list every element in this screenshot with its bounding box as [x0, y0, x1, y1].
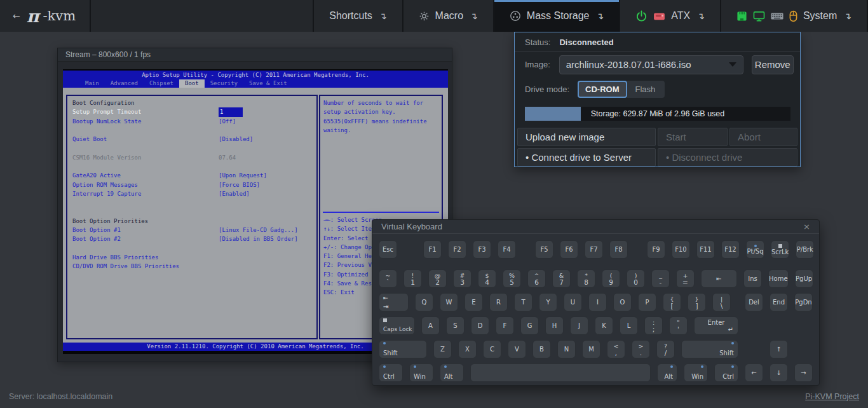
key-print-screen[interactable]: Pt/Sq: [746, 240, 764, 259]
key-shift-left[interactable]: Shift: [379, 340, 427, 358]
key-f10[interactable]: F10: [672, 240, 690, 259]
key-backquote[interactable]: ~`: [379, 269, 397, 288]
drive-mode-flash-button[interactable]: Flash: [627, 81, 665, 98]
key-f3[interactable]: F3: [473, 240, 491, 259]
close-icon[interactable]: ×: [801, 222, 813, 231]
key-semicolon[interactable]: :;: [644, 316, 663, 335]
key-space[interactable]: [470, 364, 651, 382]
menu-mass-storage[interactable]: Mass Storage↴: [493, 0, 619, 32]
remove-image-button[interactable]: Remove: [752, 55, 794, 74]
key-d[interactable]: D: [471, 316, 489, 335]
key-7[interactable]: &7: [552, 269, 571, 288]
keyboard-window-titlebar[interactable]: Virtual Keyboard ×: [372, 220, 819, 234]
key-f7[interactable]: F7: [585, 240, 603, 259]
key-arrow-right[interactable]: →: [794, 364, 813, 382]
key-f11[interactable]: F11: [696, 240, 715, 259]
key-home[interactable]: Home: [768, 269, 789, 288]
key-f9[interactable]: F9: [647, 240, 665, 259]
menu-shortcuts[interactable]: Shortcuts↴: [313, 0, 402, 32]
key-bracket-close[interactable]: }]: [688, 293, 706, 311]
key-alt-right[interactable]: Alt: [657, 364, 677, 382]
key-slash[interactable]: ?/: [656, 340, 675, 358]
key-end[interactable]: End: [770, 293, 788, 311]
key-f12[interactable]: F12: [721, 240, 740, 259]
image-select[interactable]: archlinux-2018.07.01-i686.iso: [559, 55, 743, 74]
key-l[interactable]: L: [620, 316, 638, 335]
key-b[interactable]: B: [532, 340, 551, 358]
key-bracket-open[interactable]: {[: [663, 293, 681, 311]
key-9[interactable]: (9: [602, 269, 620, 288]
key-w[interactable]: W: [440, 293, 458, 311]
key-comma[interactable]: <,: [607, 340, 625, 358]
key-g[interactable]: G: [520, 316, 539, 335]
key-f2[interactable]: F2: [448, 240, 466, 259]
key-quote[interactable]: "': [669, 316, 688, 335]
key-x[interactable]: X: [458, 340, 477, 358]
key-f5[interactable]: F5: [535, 240, 553, 259]
menu-system[interactable]: System↴: [720, 0, 868, 32]
connect-drive-button[interactable]: • Connect drive to Server: [517, 148, 656, 167]
key-win-right[interactable]: Win: [684, 364, 708, 382]
key-period[interactable]: >.: [632, 340, 650, 358]
key-arrow-down[interactable]: ↓: [770, 364, 788, 382]
key-minus[interactable]: _-: [651, 269, 670, 288]
key-f[interactable]: F: [496, 316, 514, 335]
key-q[interactable]: Q: [415, 293, 433, 311]
key-m[interactable]: M: [582, 340, 600, 358]
key-shift-right[interactable]: Shift: [681, 340, 738, 358]
key-1[interactable]: !1: [403, 269, 422, 288]
key-6[interactable]: ^6: [527, 269, 546, 288]
key-esc[interactable]: Esc: [379, 240, 397, 259]
key-alt-left[interactable]: Alt: [440, 364, 464, 382]
key-arrow-left[interactable]: ←: [745, 364, 763, 382]
key-e[interactable]: E: [465, 293, 483, 311]
key-f4[interactable]: F4: [498, 240, 516, 259]
key-r[interactable]: R: [489, 293, 508, 311]
key-k[interactable]: K: [595, 316, 613, 335]
key-tab[interactable]: ⇤⇥: [379, 293, 409, 311]
pikvm-project-link[interactable]: Pi-KVM Project: [805, 392, 859, 401]
key-backslash[interactable]: |\: [712, 293, 731, 311]
key-s[interactable]: S: [446, 316, 465, 335]
key-backspace[interactable]: ⇤: [701, 269, 737, 288]
key-insert[interactable]: Ins: [743, 269, 762, 288]
key-delete[interactable]: Del: [745, 293, 763, 311]
stream-window-titlebar[interactable]: Stream – 800x600 / 1 fps: [58, 48, 452, 62]
key-3[interactable]: #3: [453, 269, 471, 288]
key-c[interactable]: C: [483, 340, 501, 358]
key-z[interactable]: Z: [433, 340, 452, 358]
key-5[interactable]: %5: [503, 269, 521, 288]
key-f8[interactable]: F8: [609, 240, 628, 259]
key-y[interactable]: Y: [539, 293, 557, 311]
upload-new-image-button[interactable]: Upload new image: [517, 128, 656, 146]
key-page-down[interactable]: PgDn: [794, 293, 813, 311]
key-scroll-lock[interactable]: ScrLk: [771, 240, 789, 259]
key-h[interactable]: H: [545, 316, 564, 335]
key-4[interactable]: $4: [478, 269, 496, 288]
key-ctrl-right[interactable]: Ctrl: [714, 364, 738, 382]
key-0[interactable]: )0: [627, 269, 645, 288]
key-f6[interactable]: F6: [560, 240, 578, 259]
key-v[interactable]: V: [508, 340, 526, 358]
key-2[interactable]: @2: [428, 269, 447, 288]
key-page-up[interactable]: PgUp: [795, 269, 813, 288]
drive-mode-cdrom-button[interactable]: CD-ROM: [578, 81, 627, 98]
key-i[interactable]: I: [588, 293, 607, 311]
key-t[interactable]: T: [514, 293, 532, 311]
key-n[interactable]: N: [557, 340, 576, 358]
key-win-left[interactable]: Win: [409, 364, 433, 382]
key-j[interactable]: J: [570, 316, 588, 335]
logo-home-link[interactable]: ← π -kvm: [0, 0, 91, 32]
key-p[interactable]: P: [638, 293, 656, 311]
menu-atx[interactable]: ATX↴: [619, 0, 720, 32]
key-u[interactable]: U: [564, 293, 582, 311]
key-ctrl-left[interactable]: Ctrl: [379, 364, 403, 382]
menu-macro[interactable]: Macro↴: [402, 0, 493, 32]
key-enter[interactable]: Enter↵: [694, 316, 738, 335]
key-equals[interactable]: +=: [676, 269, 695, 288]
key-a[interactable]: A: [421, 316, 440, 335]
key-8[interactable]: *8: [577, 269, 595, 288]
key-caps-lock[interactable]: Caps Lock: [379, 316, 415, 335]
key-o[interactable]: O: [613, 293, 632, 311]
key-arrow-up[interactable]: ↑: [770, 340, 788, 358]
